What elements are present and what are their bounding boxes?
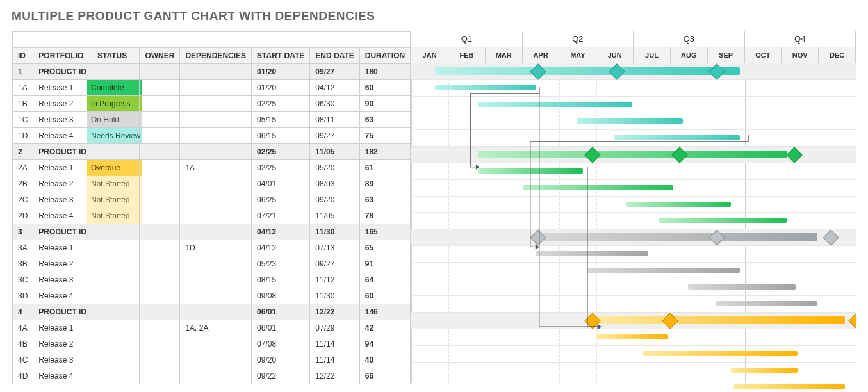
gantt-bar[interactable]: [435, 85, 536, 90]
cell: 04/12: [252, 224, 310, 240]
cell: Release 1: [33, 160, 92, 176]
cell: 3B: [13, 256, 33, 272]
cell: Release 2: [33, 256, 92, 272]
cell: 63: [359, 192, 410, 208]
cell: 02/25: [252, 160, 310, 176]
cell: 09/27: [310, 64, 359, 80]
month-header: DEC: [819, 47, 856, 63]
cell: 4B: [13, 336, 33, 352]
cell: [140, 192, 180, 208]
milestone-icon: [584, 313, 600, 329]
cell: Not Started: [92, 192, 140, 208]
gantt-bar[interactable]: [626, 202, 732, 207]
gantt-bar[interactable]: [478, 168, 583, 174]
cell: 06/25: [252, 192, 310, 208]
month-header: MAY: [559, 47, 596, 63]
cell: 05/23: [252, 256, 310, 272]
milestone-icon: [823, 230, 839, 246]
cell: 09/08: [252, 288, 310, 304]
gantt-bar[interactable]: [733, 384, 844, 389]
gantt-bar[interactable]: [688, 284, 796, 290]
cell: 11/05: [310, 208, 359, 224]
cell: [92, 272, 140, 288]
gantt-bar[interactable]: [716, 301, 817, 306]
cell: 1D: [180, 240, 252, 256]
gantt-bar[interactable]: [614, 135, 740, 140]
cell: 2: [13, 144, 33, 160]
cell: 11/30: [310, 288, 359, 304]
gantt-container: IDPORTFOLIOSTATUSOWNERDEPENDENCIESSTART …: [12, 31, 856, 392]
cell: [140, 240, 180, 256]
cell: Release 2: [33, 96, 92, 112]
milestone-icon: [609, 63, 625, 79]
cell: [180, 192, 252, 208]
month-header: NOV: [782, 47, 819, 63]
quarter-header: Q2: [523, 31, 634, 47]
cell: [140, 352, 180, 368]
cell: [140, 176, 180, 192]
timeline-row: [411, 246, 856, 263]
status-badge: Not Started: [87, 176, 142, 192]
cell: 08/11: [310, 112, 359, 128]
gantt-bar[interactable]: [643, 351, 798, 356]
cell: 3A: [13, 240, 33, 256]
gantt-bar[interactable]: [435, 67, 740, 75]
timeline-row: [411, 279, 856, 296]
cell: Release 1: [33, 80, 92, 96]
cell: 75: [359, 128, 410, 144]
cell: 04/01: [252, 176, 310, 192]
cell: [140, 160, 180, 176]
cell: 04/12: [252, 240, 310, 256]
gantt-bar[interactable]: [536, 251, 648, 256]
cell: Overdue: [92, 160, 140, 176]
gantt-bar[interactable]: [587, 268, 740, 273]
cell: 3C: [13, 272, 33, 288]
cell: 09/20: [310, 192, 359, 208]
cell: 40: [359, 352, 410, 368]
milestone-icon: [671, 147, 687, 163]
cell: PRODUCT ID: [33, 64, 92, 80]
timeline-row: [411, 346, 856, 363]
col-header: PORTFOLIO: [33, 48, 92, 64]
cell: 60: [359, 288, 410, 304]
cell: Release 4: [33, 368, 92, 384]
cell: [180, 96, 252, 112]
cell: 61: [359, 160, 410, 176]
cell: Complete: [92, 80, 140, 96]
cell: Not Started: [92, 208, 140, 224]
gantt-bar[interactable]: [659, 218, 787, 223]
cell: [180, 336, 252, 352]
col-header: START DATE: [252, 48, 310, 64]
cell: 01/20: [252, 64, 310, 80]
gantt-bar[interactable]: [478, 102, 632, 107]
cell: 66: [359, 368, 410, 384]
gantt-bar[interactable]: [596, 334, 668, 339]
table-row: 2DRelease 4Not Started07/2111/0578: [13, 208, 411, 224]
cell: [92, 352, 140, 368]
table-row: 4ARelease 11A, 2A06/0107/2942: [13, 320, 411, 336]
cell: 1A, 2A: [180, 320, 252, 336]
table-row: 2PRODUCT ID02/2511/05182: [13, 144, 411, 160]
gantt-bar[interactable]: [536, 233, 817, 241]
cell: [140, 368, 180, 384]
gantt-bar[interactable]: [596, 316, 844, 324]
gantt-bar[interactable]: [478, 151, 787, 158]
cell: [140, 320, 180, 336]
timeline-row: [411, 379, 856, 392]
cell: [140, 144, 180, 160]
table-row: 4BRelease 207/0811/1494: [13, 336, 411, 352]
gantt-bar[interactable]: [577, 118, 683, 124]
gantt-bar[interactable]: [731, 368, 798, 373]
timeline-row: [411, 329, 856, 346]
cell: Release 1: [33, 320, 92, 336]
col-header: DURATION: [359, 48, 410, 64]
timeline-row: [411, 163, 856, 180]
cell: In Progress: [92, 96, 140, 112]
gantt-bar[interactable]: [523, 185, 673, 190]
cell: [180, 272, 252, 288]
cell: [140, 288, 180, 304]
status-badge: On Hold: [87, 112, 142, 127]
cell: 90: [359, 96, 410, 112]
cell: PRODUCT ID: [33, 144, 92, 160]
timeline-row: [411, 229, 856, 246]
